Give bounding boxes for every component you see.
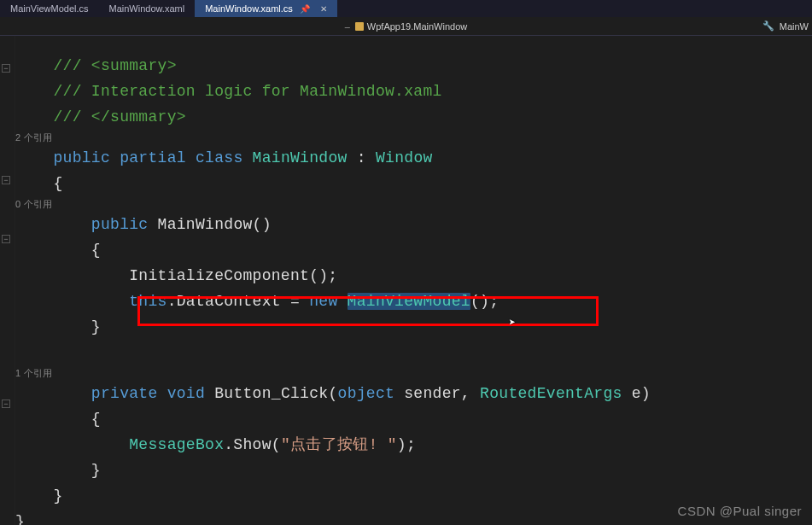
comment: /// Interaction logic for MainWindow.xam…: [53, 83, 441, 100]
fold-icon[interactable]: −: [2, 176, 10, 184]
btn-method: Button_Click: [214, 385, 328, 402]
comment: /// </summary>: [53, 108, 185, 125]
codelens-ctor[interactable]: 0 个引用: [15, 199, 53, 209]
tab-label: MainWindow.xaml.cs: [205, 3, 293, 14]
fold-gutter: − − − −: [0, 36, 15, 525]
vertical-scrollbar[interactable]: [800, 36, 812, 525]
keyword: private: [91, 385, 158, 402]
init-call: InitializeComponent();: [129, 267, 337, 284]
close-icon[interactable]: ✕: [320, 4, 327, 14]
tab-mainviewmodel[interactable]: MainViewModel.cs: [0, 0, 99, 17]
pin-icon[interactable]: 📌: [300, 4, 310, 14]
code-editor[interactable]: /// <summary> /// Interaction logic for …: [15, 36, 812, 525]
fold-icon[interactable]: −: [2, 64, 10, 73]
fold-icon[interactable]: −: [2, 235, 10, 243]
datacontext-assign: .DataContext =: [167, 293, 310, 310]
args-type: RoutedEventArgs: [480, 385, 622, 402]
keyword: this: [129, 293, 166, 310]
msgbox-method: .Show(: [224, 436, 281, 453]
keyword: class: [196, 149, 243, 166]
string-literal: "点击了按钮! ": [281, 436, 397, 453]
codelens-class[interactable]: 2 个引用: [15, 132, 53, 143]
keyword: object: [338, 385, 395, 402]
tab-mainwindow-xaml[interactable]: MainWindow.xaml: [99, 0, 196, 17]
ctor-name: MainWindow: [158, 216, 253, 233]
tab-label: MainViewModel.cs: [10, 3, 89, 14]
watermark: CSDN @Pual singer: [678, 504, 802, 518]
keyword: new: [309, 293, 337, 310]
breadcrumb-right: 🔧 MainW: [762, 20, 809, 32]
tab-mainwindow-xaml-cs[interactable]: MainWindow.xaml.cs 📌 ✕: [195, 0, 337, 17]
base-class: Window: [376, 149, 433, 166]
keyword: public: [91, 216, 149, 233]
tab-label: MainWindow.xaml: [109, 3, 185, 14]
msgbox-class: MessageBox: [129, 436, 224, 453]
param-sender: sender,: [394, 385, 480, 402]
viewmodel-type: MainViewModel: [348, 293, 470, 310]
keyword: void: [167, 385, 205, 402]
fold-icon[interactable]: −: [2, 400, 10, 408]
msgbox-end: );: [397, 436, 416, 453]
breadcrumb-class[interactable]: WpfApp19.MainWindow: [367, 21, 467, 32]
keyword: partial: [120, 149, 186, 166]
breadcrumb-dash: –: [345, 21, 350, 32]
tab-bar: MainViewModel.cs MainWindow.xaml MainWin…: [0, 0, 812, 17]
keyword: public: [53, 149, 110, 166]
breadcrumb-member[interactable]: MainW: [780, 21, 809, 32]
codelens-btn[interactable]: 1 个引用: [15, 368, 53, 378]
param-e: e): [622, 385, 651, 402]
comment: /// <summary>: [53, 57, 176, 74]
class-name: MainWindow: [253, 149, 348, 166]
viewmodel-end: ();: [470, 293, 499, 310]
class-icon: [355, 22, 364, 31]
wrench-icon: 🔧: [762, 20, 774, 32]
breadcrumb-bar: – WpfApp19.MainWindow 🔧 MainW: [0, 17, 812, 36]
